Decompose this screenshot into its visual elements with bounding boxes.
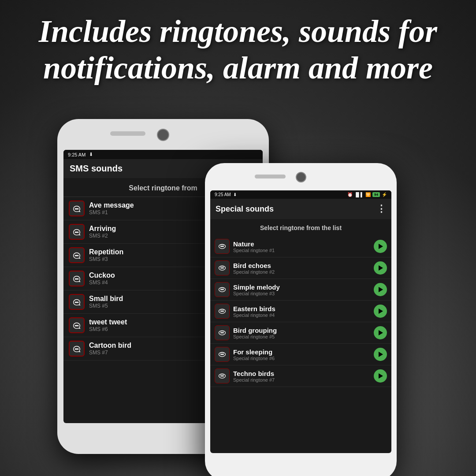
svg-point-32 [223, 289, 224, 290]
svg-point-8 [78, 255, 78, 256]
sms-item-icon [69, 271, 85, 286]
special-item-name: Bird echoes [233, 262, 374, 269]
headline-line2: notifications, alarm and more [43, 50, 433, 86]
special-item-sub: Special ringtone #1 [233, 248, 374, 253]
sms-item-text: Repetition SMS #3 [89, 248, 123, 262]
special-item-icon [215, 304, 230, 319]
svg-point-35 [222, 311, 223, 312]
svg-point-39 [222, 332, 223, 333]
play-button[interactable] [374, 283, 387, 296]
special-item-text: Eastern birds Special ringtone #4 [233, 305, 374, 318]
sms-item-text: Small bird SMS #5 [89, 295, 123, 309]
svg-point-20 [78, 349, 78, 350]
sms-item-sub: SMS #5 [89, 303, 123, 309]
svg-point-17 [78, 325, 78, 326]
special-title: Special sounds [216, 205, 274, 214]
svg-point-48 [223, 376, 224, 376]
sms-item-icon [69, 294, 85, 310]
sms-item-text: Arriving SMS #2 [89, 225, 116, 239]
special-item-text: Bird echoes Special ringtone #2 [233, 262, 374, 275]
special-item-sub: Special ringtone #3 [233, 291, 374, 296]
play-button[interactable] [374, 369, 387, 383]
play-button[interactable] [374, 261, 387, 275]
wifi-icon: 🛜 [365, 192, 371, 197]
svg-point-26 [221, 268, 222, 268]
special-item-icon [215, 260, 230, 275]
sms-item-text: Ave message SMS #1 [89, 201, 134, 216]
svg-point-5 [78, 232, 78, 233]
svg-point-31 [222, 289, 223, 290]
special-item-name: Simple melody [233, 283, 374, 291]
special-item-sub: Special ringtone #6 [233, 356, 374, 361]
special-item-text: Simple melody Special ringtone #3 [233, 283, 374, 296]
special-list-item[interactable]: Nature Special ringtone #1 [210, 236, 391, 257]
sms-item-name: Repetition [89, 248, 123, 256]
sms-item-text: Cartoon bird SMS #7 [89, 342, 131, 356]
speaker-front [255, 175, 286, 178]
svg-point-0 [75, 208, 76, 209]
sms-item-sub: SMS #7 [89, 350, 131, 356]
camera-front [296, 172, 306, 182]
special-list-item[interactable]: Techno birds Special ringtone #7 [210, 365, 391, 387]
svg-point-4 [76, 232, 77, 233]
special-title-bar: Special sounds ⋮ [210, 199, 391, 219]
special-item-icon [215, 282, 230, 297]
sms-item-name: Cuckoo [89, 271, 115, 279]
svg-point-40 [223, 332, 224, 333]
special-item-name: For sleeping [233, 348, 374, 356]
special-list-item[interactable]: Bird echoes Special ringtone #2 [210, 257, 391, 279]
special-item-icon [215, 325, 230, 340]
svg-point-30 [221, 289, 222, 290]
svg-point-28 [223, 268, 224, 268]
svg-point-36 [223, 311, 224, 312]
headline-line1: Includes ringtones, sounds for [39, 14, 437, 49]
play-button[interactable] [374, 348, 387, 361]
special-item-sub: Special ringtone #2 [233, 269, 374, 275]
play-button[interactable] [374, 305, 387, 318]
charging-icon: ⚡ [382, 192, 387, 197]
svg-point-9 [75, 279, 76, 279]
sms-item-sub: SMS #4 [89, 279, 115, 286]
svg-point-43 [222, 354, 223, 355]
special-list-item[interactable]: Eastern birds Special ringtone #4 [210, 301, 391, 322]
more-options-icon[interactable]: ⋮ [376, 203, 386, 215]
svg-point-23 [222, 246, 223, 247]
sms-item-sub: SMS #1 [89, 209, 134, 216]
sms-item-name: Ave message [89, 201, 134, 209]
sms-item-icon [69, 201, 85, 216]
special-item-name: Eastern birds [233, 305, 374, 312]
special-item-name: Techno birds [233, 370, 374, 377]
special-list: Nature Special ringtone #1 Bird echoes S… [210, 236, 391, 453]
svg-point-18 [75, 349, 76, 350]
sms-item-sub: SMS #3 [89, 256, 123, 262]
special-list-item[interactable]: Simple melody Special ringtone #3 [210, 279, 391, 301]
sms-item-icon [69, 247, 85, 263]
sms-item-icon [69, 224, 85, 240]
sms-item-icon [69, 341, 85, 357]
special-item-text: Bird grouping Special ringtone #5 [233, 327, 374, 339]
sms-item-name: Arriving [89, 225, 116, 233]
special-item-sub: Special ringtone #7 [233, 377, 374, 383]
special-list-item[interactable]: Bird grouping Special ringtone #5 [210, 322, 391, 344]
svg-point-12 [75, 302, 76, 303]
sms-title: SMS sounds [70, 164, 123, 173]
status-icons: ⬇ [89, 152, 93, 157]
svg-point-14 [78, 302, 78, 303]
special-item-name: Bird grouping [233, 327, 374, 334]
play-button[interactable] [374, 326, 387, 339]
signal-icon: ▐▌▌ [354, 192, 364, 197]
svg-point-38 [221, 332, 222, 333]
camera-back [157, 129, 169, 141]
special-item-name: Nature [233, 240, 374, 248]
play-button[interactable] [374, 240, 387, 253]
special-list-item[interactable]: For sleeping Special ringtone #6 [210, 344, 391, 365]
svg-point-15 [75, 325, 76, 326]
special-time: 9:25 AM [215, 192, 231, 197]
status-icons-front: ⬇ [233, 192, 237, 197]
svg-point-47 [222, 376, 223, 376]
sms-item-name: Small bird [89, 295, 123, 303]
special-item-text: Techno birds Special ringtone #7 [233, 370, 374, 383]
battery-indicator: 94 [372, 192, 380, 197]
special-item-icon [215, 368, 230, 383]
sms-item-name: Cartoon bird [89, 342, 131, 350]
